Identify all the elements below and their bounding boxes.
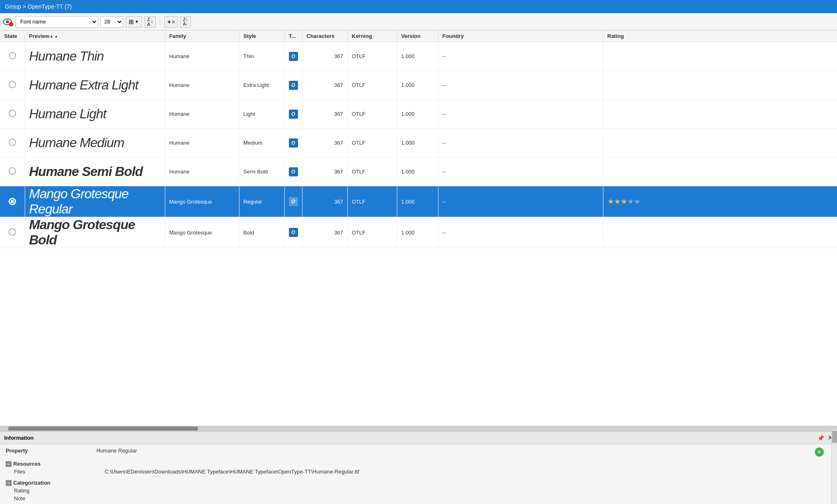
row-version: 1.000: [397, 42, 438, 71]
toolbar: − Font name 28 8101214 16182024 32364864…: [0, 13, 837, 30]
sort-button[interactable]: Z↑A↓: [180, 16, 191, 28]
sort-az-button[interactable]: ZA ↕: [144, 16, 156, 28]
font-name-select[interactable]: Font name: [16, 16, 98, 28]
table-row[interactable]: Humane Extra LightHumaneExtra LightO367O…: [0, 71, 837, 100]
row-characters: 367: [302, 217, 347, 248]
col-preview[interactable]: Preview ▲: [25, 30, 165, 42]
row-kerning: OTLF: [347, 186, 397, 217]
col-rating[interactable]: Rating: [603, 30, 837, 42]
row-rating[interactable]: [603, 217, 837, 248]
state-radio[interactable]: [9, 52, 16, 59]
col-type[interactable]: T...: [284, 30, 302, 42]
col-style[interactable]: Style: [239, 30, 284, 42]
files-label: Files: [14, 468, 105, 476]
row-state[interactable]: [0, 42, 25, 71]
vertical-scrollbar[interactable]: [831, 430, 837, 504]
ot-badge: O: [289, 110, 298, 119]
row-type: O: [284, 100, 302, 129]
row-preview: Mango Grotesque Bold: [25, 217, 165, 248]
group-button[interactable]: ⊞ ▼: [126, 16, 142, 28]
row-family: Mango Grotesque: [165, 186, 239, 217]
row-type: O: [284, 71, 302, 100]
table-row[interactable]: Humane Semi BoldHumaneSemi BoldO367OTLF1…: [0, 157, 837, 186]
row-rating[interactable]: [603, 42, 837, 71]
row-rating[interactable]: [603, 129, 837, 157]
row-family: Humane: [165, 100, 239, 129]
row-style: Light: [239, 100, 284, 129]
row-characters: 367: [302, 157, 347, 186]
row-state[interactable]: [0, 100, 25, 129]
categorization-collapse-button[interactable]: −: [6, 480, 12, 486]
state-radio[interactable]: [9, 228, 16, 236]
row-characters: 367: [302, 100, 347, 129]
table-row[interactable]: Humane ThinHumaneThinO367OTLF1.000--: [0, 42, 837, 71]
categorization-label: Categorization: [13, 480, 50, 486]
state-radio[interactable]: [9, 81, 16, 88]
rating-label: Rating: [14, 488, 30, 494]
row-characters: 367: [302, 42, 347, 71]
state-radio[interactable]: [9, 110, 16, 117]
eye-button[interactable]: −: [2, 17, 12, 26]
row-state[interactable]: [0, 217, 25, 248]
files-value: C:\Users\EDenissen\Downloads\HUMANE Type…: [105, 468, 831, 476]
row-rating[interactable]: ★★★★★: [603, 186, 837, 217]
col-foundry[interactable]: Foundry: [438, 30, 603, 42]
table-row[interactable]: Mango Grotesque BoldMango GrotesqueBoldO…: [0, 217, 837, 248]
row-rating[interactable]: [603, 157, 837, 186]
scrollbar-thumb[interactable]: [8, 427, 198, 431]
title-bar: Group > OpenType-TT (7): [0, 0, 837, 13]
categorization-items: Rating Note: [6, 487, 831, 502]
state-radio[interactable]: [9, 167, 16, 175]
row-state[interactable]: [0, 71, 25, 100]
font-size-select[interactable]: 28 8101214 16182024 3236486472: [101, 16, 123, 28]
categorization-section: − Categorization Rating Note: [0, 476, 837, 504]
add-property-button[interactable]: +: [815, 448, 824, 457]
row-family: Humane: [165, 129, 239, 157]
row-state[interactable]: [0, 186, 25, 217]
row-version: 1.000: [397, 217, 438, 248]
col-state[interactable]: State: [0, 30, 25, 42]
row-rating[interactable]: [603, 100, 837, 129]
row-foundry: --: [438, 129, 603, 157]
col-family[interactable]: Family: [165, 30, 239, 42]
font-table: State Preview ▲ Family: [0, 30, 837, 248]
table-row[interactable]: Mango Grotesque RegularMango GrotesqueRe…: [0, 186, 837, 217]
pin-icon[interactable]: 📌: [817, 435, 824, 441]
col-kerning[interactable]: Kerning: [347, 30, 397, 42]
row-kerning: OTLF: [347, 217, 397, 248]
table-row[interactable]: Humane LightHumaneLightO367OTLF1.000--: [0, 100, 837, 129]
vertical-scrollbar-thumb[interactable]: [832, 431, 837, 443]
rating-row: Rating: [14, 487, 831, 495]
col-version[interactable]: Version: [397, 30, 438, 42]
ot-badge: O: [289, 52, 298, 61]
state-radio[interactable]: [9, 198, 16, 205]
toolbar-separator: [160, 17, 160, 27]
resources-files-row: Files C:\Users\EDenissen\Downloads\HUMAN…: [6, 468, 831, 476]
main-content: State Preview ▲ Family: [0, 30, 837, 504]
row-characters: 367: [302, 71, 347, 100]
table-row[interactable]: Humane MediumHumaneMediumO367OTLF1.000--: [0, 129, 837, 157]
indent-button[interactable]: + ≡: [164, 16, 178, 28]
ot-badge: O: [289, 228, 298, 237]
row-preview: Humane Light: [25, 100, 165, 129]
row-family: Humane: [165, 157, 239, 186]
row-rating[interactable]: [603, 71, 837, 100]
row-state[interactable]: [0, 157, 25, 186]
row-version: 1.000: [397, 186, 438, 217]
horizontal-scrollbar[interactable]: [0, 426, 837, 431]
row-state[interactable]: [0, 129, 25, 157]
col-characters[interactable]: Characters: [302, 30, 347, 42]
row-family: Mango Grotesque: [165, 217, 239, 248]
row-style: Medium: [239, 129, 284, 157]
row-style: Semi Bold: [239, 157, 284, 186]
row-preview: Humane Semi Bold: [25, 157, 165, 186]
table-header: State Preview ▲ Family: [0, 30, 837, 42]
eye-badge: −: [9, 22, 13, 26]
ot-badge: O: [289, 138, 298, 148]
state-radio[interactable]: [9, 138, 16, 146]
ot-badge: O: [289, 197, 298, 206]
resources-collapse-button[interactable]: −: [6, 461, 12, 467]
table-wrapper: State Preview ▲ Family: [0, 30, 837, 426]
row-type: O: [284, 42, 302, 71]
row-foundry: --: [438, 186, 603, 217]
